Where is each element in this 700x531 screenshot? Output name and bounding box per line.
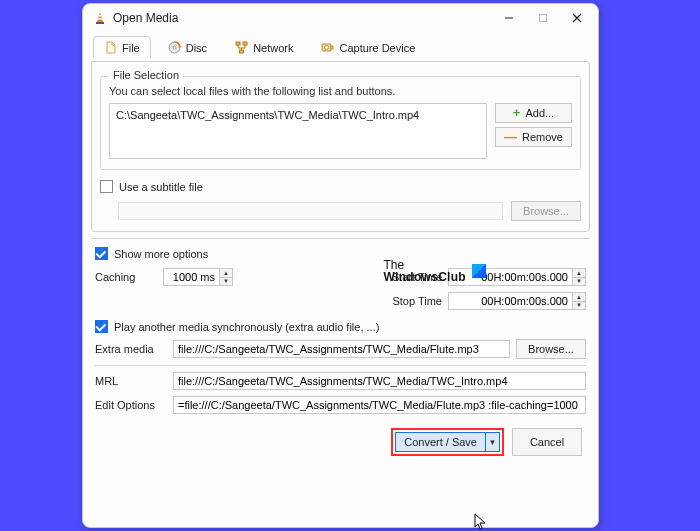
- spinner-arrows-icon[interactable]: ▲▼: [572, 292, 586, 310]
- show-more-row: Show more options: [95, 247, 586, 260]
- use-subtitle-checkbox[interactable]: [100, 180, 113, 193]
- open-media-window: Open Media File Disc Network Capture De: [82, 3, 599, 528]
- window-title: Open Media: [113, 11, 492, 25]
- highlight-box: Convert / Save ▼: [391, 428, 504, 456]
- tab-file-label: File: [122, 42, 140, 54]
- plus-icon: +: [513, 108, 521, 118]
- tab-disc[interactable]: Disc: [157, 36, 218, 58]
- network-icon: [235, 41, 248, 54]
- add-button-label: Add...: [525, 107, 554, 119]
- svg-rect-12: [240, 50, 244, 53]
- caching-field[interactable]: [163, 268, 219, 286]
- dialog-footer: Convert / Save ▼ Cancel: [91, 422, 590, 464]
- svg-rect-5: [540, 15, 547, 22]
- show-more-label: Show more options: [114, 248, 208, 260]
- sync-checkbox[interactable]: [95, 320, 108, 333]
- svg-rect-3: [96, 22, 104, 24]
- capture-device-icon: [321, 41, 334, 54]
- watermark-logo-icon: [472, 264, 486, 278]
- options-panel: Show more options Caching ▲▼ Start Time: [91, 238, 590, 418]
- mrl-label: MRL: [95, 375, 167, 387]
- file-icon: [104, 41, 117, 54]
- stop-time-row: Stop Time ▲▼: [376, 292, 586, 310]
- tab-network-label: Network: [253, 42, 293, 54]
- sync-row: Play another media synchronously (extra …: [95, 320, 586, 333]
- extra-media-field[interactable]: [173, 340, 510, 358]
- extra-media-row: Extra media Browse...: [95, 339, 586, 359]
- tab-file[interactable]: File: [93, 36, 151, 58]
- svg-rect-15: [331, 46, 333, 49]
- cancel-label: Cancel: [530, 436, 564, 448]
- tab-capture-device[interactable]: Capture Device: [310, 36, 426, 58]
- chevron-down-icon[interactable]: ▼: [485, 433, 499, 451]
- tab-capture-label: Capture Device: [339, 42, 415, 54]
- stop-time-field-wrap[interactable]: ▲▼: [448, 292, 586, 310]
- svg-rect-11: [243, 42, 247, 45]
- caching-row: Caching ▲▼: [95, 268, 366, 286]
- stop-time-label: Stop Time: [392, 295, 442, 307]
- file-selection-hint: You can select local files with the foll…: [109, 85, 572, 97]
- minimize-button[interactable]: [492, 6, 526, 30]
- remove-button[interactable]: — Remove: [495, 127, 572, 147]
- edit-options-field[interactable]: [173, 396, 586, 414]
- edit-options-row: Edit Options: [95, 396, 586, 414]
- sync-label: Play another media synchronously (extra …: [114, 321, 379, 333]
- edit-options-label: Edit Options: [95, 399, 167, 411]
- maximize-button[interactable]: [526, 6, 560, 30]
- file-list[interactable]: C:\Sangeeta\TWC_Assignments\TWC_Media\TW…: [109, 103, 487, 159]
- convert-save-label: Convert / Save: [396, 433, 485, 451]
- stop-time-field[interactable]: [448, 292, 572, 310]
- content: File Disc Network Capture Device File Se…: [83, 32, 598, 527]
- tab-disc-label: Disc: [186, 42, 207, 54]
- extra-media-browse-label: Browse...: [528, 343, 574, 355]
- subtitle-browse-label: Browse...: [523, 205, 569, 217]
- svg-marker-0: [97, 12, 103, 22]
- show-more-checkbox[interactable]: [95, 247, 108, 260]
- add-button[interactable]: + Add...: [495, 103, 572, 123]
- use-subtitle-row: Use a subtitle file: [100, 180, 581, 193]
- caching-label: Caching: [95, 271, 157, 283]
- disc-icon: [168, 41, 181, 54]
- watermark-line2: WindowsClub: [383, 271, 466, 283]
- minus-icon: —: [504, 133, 517, 141]
- window-controls: [492, 6, 594, 30]
- svg-rect-1: [99, 15, 102, 17]
- file-selection-legend: File Selection: [109, 69, 183, 81]
- titlebar: Open Media: [83, 4, 598, 32]
- vlc-icon: [93, 11, 107, 25]
- spinner-arrows-icon[interactable]: ▲▼: [219, 268, 233, 286]
- cancel-button[interactable]: Cancel: [512, 428, 582, 456]
- remove-button-label: Remove: [522, 131, 563, 143]
- extra-media-label: Extra media: [95, 343, 167, 355]
- svg-rect-10: [236, 42, 240, 45]
- subtitle-browse-button: Browse...: [511, 201, 581, 221]
- file-selection-group: File Selection You can select local file…: [100, 76, 581, 170]
- extra-media-browse-button[interactable]: Browse...: [516, 339, 586, 359]
- convert-save-button[interactable]: Convert / Save ▼: [395, 432, 500, 452]
- use-subtitle-label: Use a subtitle file: [119, 181, 203, 193]
- mrl-field[interactable]: [173, 372, 586, 390]
- svg-point-14: [325, 46, 329, 50]
- close-button[interactable]: [560, 6, 594, 30]
- tab-network[interactable]: Network: [224, 36, 304, 58]
- svg-rect-2: [98, 18, 102, 20]
- tab-pane: File Selection You can select local file…: [91, 61, 590, 232]
- caching-spinner[interactable]: ▲▼: [163, 268, 233, 286]
- subtitle-browse-row: Browse...: [100, 201, 581, 221]
- svg-point-9: [173, 46, 176, 49]
- subtitle-path-field: [118, 202, 503, 220]
- mrl-row: MRL: [95, 372, 586, 390]
- watermark: The WindowsClub: [383, 259, 486, 283]
- file-list-item[interactable]: C:\Sangeeta\TWC_Assignments\TWC_Media\TW…: [116, 108, 480, 122]
- tabs: File Disc Network Capture Device: [91, 36, 590, 58]
- spinner-arrows-icon[interactable]: ▲▼: [572, 268, 586, 286]
